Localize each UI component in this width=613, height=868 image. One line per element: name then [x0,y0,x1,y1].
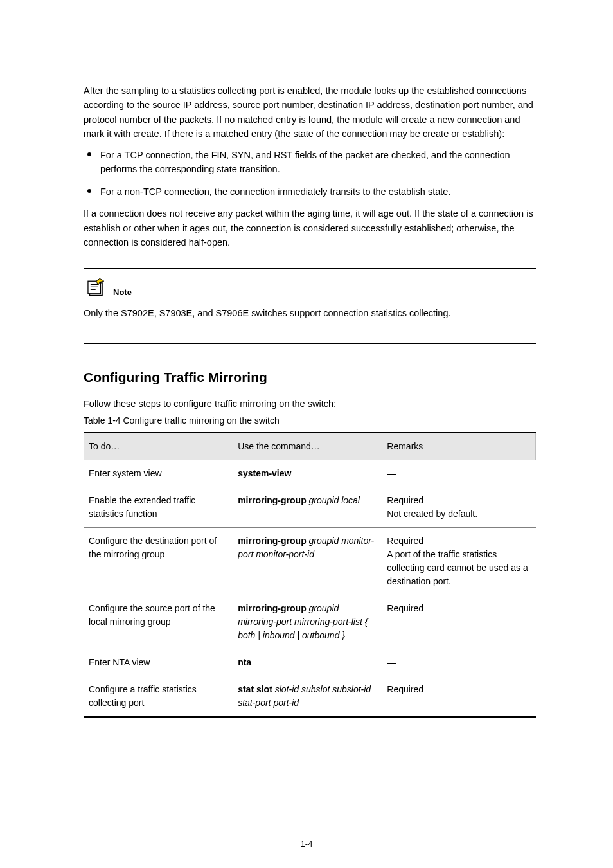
bullet-dot-icon [87,152,91,156]
cmd-bold: nta [238,657,251,667]
section-lead: Follow these steps to configure traffic … [84,397,536,411]
intro-paragraph-2: If a connection does not receive any pac… [84,206,536,249]
cell-todo: Enter system view [84,460,233,487]
cmd-bold: mirroring-group [238,536,306,546]
note-header: Note [84,278,536,297]
cell-todo: Configure the source port of the local m… [84,595,233,649]
table-row: Enable the extended traffic statistics f… [84,487,536,527]
bullet-dot-icon [87,189,91,193]
cell-remarks: Required [382,595,535,649]
cmd-bold: stat slot [238,684,272,694]
cell-remarks: — [382,460,535,487]
table-row: Configure a traffic statistics collectin… [84,676,536,717]
note-label: Note [113,287,132,297]
intro-bullet-2: For a non-TCP connection, the connection… [84,185,536,199]
table-caption: Table 1-4 Configure traffic mirroring on… [84,415,536,426]
cell-todo: Configure the destination port of the mi… [84,527,233,595]
cmd-bold: mirroring-group [238,603,306,613]
cell-command: mirroring-group groupid mirroring-port m… [233,595,382,649]
cell-command: stat slot slot-id subslot subslot-id sta… [233,676,382,717]
cell-command: mirroring-group groupid monitor-port mon… [233,527,382,595]
note-box: Note Only the S7902E, S7903E, and S7906E… [84,268,536,344]
section-heading: Configuring Traffic Mirroring [84,370,536,385]
page-number: 1-4 [0,839,613,849]
intro-bullet-list: For a TCP connection, the FIN, SYN, and … [84,148,536,199]
table-row: Enter NTA view nta — [84,649,536,676]
cmd-italic: groupid local [306,495,360,505]
cell-todo: Configure a traffic statistics collectin… [84,676,233,717]
cell-remarks: Required Not created by default. [382,487,535,527]
cell-remarks: Required [382,676,535,717]
table-row: Enter system view system-view — [84,460,536,487]
table-header-command: Use the command… [233,433,382,460]
cell-remarks: — [382,649,535,676]
table-row: Configure the source port of the local m… [84,595,536,649]
intro-bullet-2-text: For a non-TCP connection, the connection… [100,186,450,197]
cell-command: nta [233,649,382,676]
cell-command: mirroring-group groupid local [233,487,382,527]
table-header-row: To do… Use the command… Remarks [84,433,536,460]
note-icon [84,278,109,297]
intro-bullet-1: For a TCP connection, the FIN, SYN, and … [84,148,536,177]
table-header-todo: To do… [84,433,233,460]
intro-paragraph-1: After the sampling to a statistics colle… [84,84,536,141]
config-table: To do… Use the command… Remarks Enter sy… [84,432,536,718]
cell-todo: Enter NTA view [84,649,233,676]
cmd-bold: system-view [238,468,291,478]
note-text: Only the S7902E, S7903E, and S7906E swit… [84,306,536,320]
cell-remarks: Required A port of the traffic statistic… [382,527,535,595]
cell-command: system-view [233,460,382,487]
table-row: Configure the destination port of the mi… [84,527,536,595]
cmd-bold: mirroring-group [238,495,306,505]
table-header-remarks: Remarks [382,433,535,460]
cell-todo: Enable the extended traffic statistics f… [84,487,233,527]
intro-bullet-1-text: For a TCP connection, the FIN, SYN, and … [100,150,510,174]
